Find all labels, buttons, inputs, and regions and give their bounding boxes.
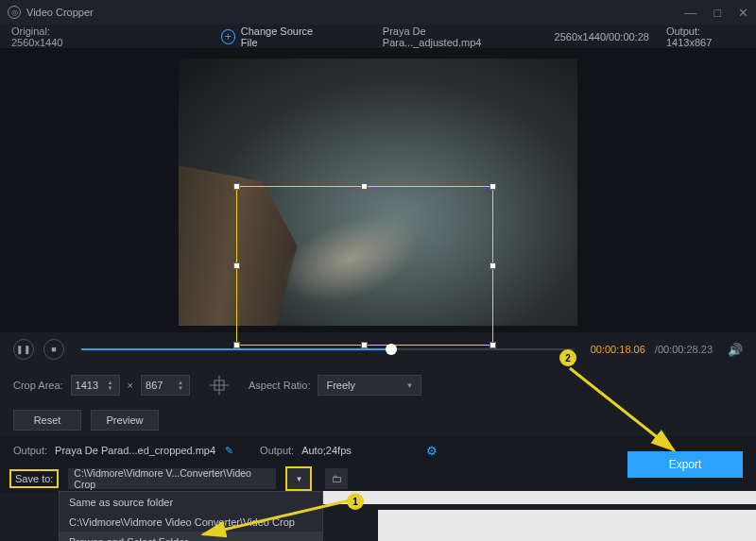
- dropdown-item-same-folder[interactable]: Same as source folder: [60, 492, 322, 512]
- seek-fill: [81, 348, 391, 350]
- save-path-dropdown: Same as source folder C:\Vidmore\Vidmore…: [59, 491, 323, 541]
- output-format-label: Output:: [260, 445, 294, 456]
- duration-time: /00:00:28.23: [655, 344, 713, 355]
- app-icon: ◎: [8, 6, 21, 19]
- seek-thumb[interactable]: [386, 344, 397, 355]
- background-strip: [378, 510, 756, 541]
- aspect-ratio-select[interactable]: Freely ▼: [318, 375, 421, 396]
- annotation-badge-1: 1: [347, 493, 364, 510]
- preview-button[interactable]: Preview: [91, 410, 159, 431]
- change-source-label: Change Source File: [241, 25, 328, 48]
- open-folder-button[interactable]: 🗀: [325, 468, 348, 489]
- video-frame: [179, 59, 577, 326]
- annotation-highlight: Save to:: [9, 469, 59, 488]
- crop-area-label: Crop Area:: [13, 380, 63, 391]
- crop-height-input[interactable]: 867 ▲▼: [141, 375, 190, 396]
- output-format: Auto;24fps: [301, 445, 415, 456]
- titlebar: ◎ Video Cropper — □ ✕: [0, 0, 756, 25]
- original-dimensions: Original: 2560x1440: [11, 25, 100, 48]
- gear-icon[interactable]: ⚙: [426, 444, 438, 458]
- window-controls: — □ ✕: [684, 6, 748, 20]
- export-button[interactable]: Export: [627, 451, 743, 478]
- action-buttons: Reset Preview: [0, 404, 756, 436]
- output-file-label: Output:: [13, 445, 47, 456]
- dropdown-item-path[interactable]: C:\Vidmore\Vidmore Video Converter\Video…: [60, 512, 322, 532]
- spinner-icon[interactable]: ▲▼: [178, 377, 187, 394]
- close-button[interactable]: ✕: [738, 6, 748, 20]
- chevron-down-icon: ▼: [295, 475, 302, 483]
- spinner-icon[interactable]: ▲▼: [108, 377, 117, 394]
- save-to-label: Save to:: [15, 473, 53, 484]
- aspect-ratio-label: Aspect Ratio:: [249, 380, 310, 391]
- change-source-button[interactable]: + Change Source File: [221, 25, 328, 48]
- current-time: 00:00:18.06: [591, 344, 645, 355]
- annotation-highlight: ▼: [285, 466, 312, 491]
- multiply-icon: ×: [128, 380, 133, 391]
- output-filename: Praya De Parad...ed_cropped.mp4: [55, 445, 215, 456]
- crop-width-input[interactable]: 1413 ▲▼: [71, 375, 120, 396]
- chevron-down-icon: ▼: [406, 381, 414, 390]
- save-path-dropdown-button[interactable]: ▼: [287, 468, 310, 489]
- source-filename: Praya De Para..._adjusted.mp4: [383, 25, 521, 48]
- plus-icon: +: [221, 29, 235, 44]
- source-dimensions-time: 2560x1440/00:00:28: [555, 31, 649, 42]
- video-preview[interactable]: [0, 49, 756, 332]
- output-dimensions: Output: 1413x867: [666, 25, 745, 48]
- center-crosshair-button[interactable]: [209, 375, 230, 396]
- crop-controls: Crop Area: 1413 ▲▼ × 867 ▲▼ Aspect Ratio…: [0, 366, 756, 404]
- window-title: Video Cropper: [26, 7, 94, 18]
- playback-bar: ❚❚ ■ 00:00:18.06 /00:00:28.23 🔊: [0, 332, 756, 366]
- top-toolbar: Original: 2560x1440 + Change Source File…: [0, 25, 756, 49]
- pause-button[interactable]: ❚❚: [13, 339, 34, 360]
- reset-button[interactable]: Reset: [13, 410, 81, 431]
- stop-button[interactable]: ■: [43, 339, 64, 360]
- maximize-button[interactable]: □: [713, 6, 721, 20]
- save-path-display: C:\Vidmore\Vidmore V...Converter\Video C…: [68, 468, 276, 489]
- seek-track[interactable]: [81, 348, 574, 350]
- annotation-badge-2: 2: [559, 349, 576, 366]
- dropdown-item-browse[interactable]: Browse and Select Folder: [60, 532, 322, 541]
- edit-icon[interactable]: ✎: [225, 445, 233, 457]
- volume-icon[interactable]: 🔊: [728, 343, 743, 357]
- minimize-button[interactable]: —: [684, 6, 696, 20]
